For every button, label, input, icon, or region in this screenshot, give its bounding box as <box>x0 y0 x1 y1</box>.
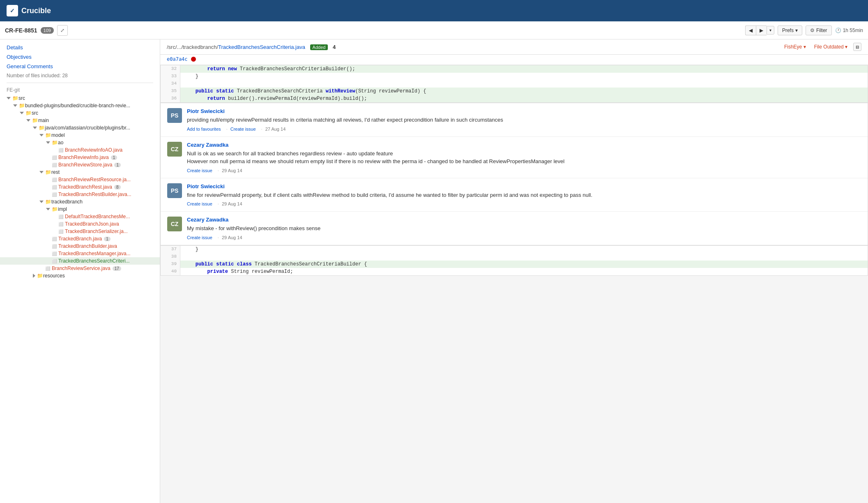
nav-divider <box>7 83 153 83</box>
tree-item[interactable]: 📁 main <box>0 117 160 124</box>
file-name-link[interactable]: TrackedBranchesSearchCriteria.java <box>218 44 305 50</box>
line-number: 35 <box>161 88 180 95</box>
sub-header-left: CR-FE-8851 109 ⤢ <box>5 25 68 36</box>
nav-link-general-comments[interactable]: General Comments <box>0 62 160 71</box>
tree-item[interactable]: 📁 src <box>0 95 160 102</box>
file-icon: ⬜ <box>52 155 57 160</box>
tree-item[interactable]: ⬜ BranchReviewInfo.java 1 <box>0 154 160 161</box>
folder-icon: 📁 <box>52 140 58 145</box>
tree-item[interactable]: 📁 resources <box>0 272 160 279</box>
prev-btn[interactable]: ◀ <box>745 25 756 35</box>
line-content: return new TrackedBranchesSearchCriteria… <box>180 65 359 73</box>
line-number: 33 <box>161 73 180 80</box>
filter-button[interactable]: ⚙ Filter <box>806 25 832 35</box>
collapse-icon <box>46 208 50 210</box>
comment-text: fine for reviewPermaId property, but if … <box>187 191 861 199</box>
tree-item[interactable]: ⬜ BranchReviewRestResource.ja... <box>0 176 160 183</box>
code-line: 32 return new TrackedBranchesSearchCrite… <box>161 65 868 73</box>
code-line: 35 public static TrackedBranchesSearchCr… <box>161 88 868 95</box>
tree-item[interactable]: ⬜ BranchReviewService.java 17 <box>0 265 160 272</box>
expand-button[interactable]: ⤢ <box>57 25 68 36</box>
outdated-button[interactable]: File Outdated ▾ <box>812 43 850 51</box>
logo-text: Crucible <box>21 7 51 15</box>
comment-item: PS Piotr Swiecicki providing null/empty … <box>161 103 868 137</box>
tree-item[interactable]: 📁 bundled-plugins/bundled/crucible-branc… <box>0 102 160 109</box>
tree-item-selected[interactable]: ⬜ TrackedBranchesSearchCriteri... <box>0 257 160 265</box>
tree-label: rest <box>51 169 60 175</box>
tree-item[interactable]: ⬜ BranchReviewStore.java 1 <box>0 161 160 168</box>
tree-label: main <box>38 118 49 123</box>
comment-author: Cezary Zawadka <box>187 217 861 223</box>
tree-item[interactable]: ⬜ TrackedBranchesManager.java... <box>0 250 160 257</box>
avatar: PS <box>167 183 182 198</box>
create-issue-link[interactable]: Create issue <box>187 201 212 206</box>
tree-item[interactable]: ⬜ TrackedBranchSerializer.ja... <box>0 228 160 235</box>
nav-dropdown-btn[interactable]: ▾ <box>767 26 774 35</box>
tree-label: ao <box>58 140 63 145</box>
tree-item[interactable]: ⬜ TrackedBranchRestBuilder.java... <box>0 191 160 198</box>
nav-link-objectives[interactable]: Objectives <box>0 52 160 62</box>
tree-item[interactable]: 📁 trackedbranch <box>0 198 160 205</box>
tree-item[interactable]: 📁 impl <box>0 205 160 213</box>
tree-item[interactable]: ⬜ BranchReviewInfoAO.java <box>0 146 160 154</box>
comment-date: 29 Aug 14 <box>222 201 242 206</box>
toggle-button[interactable]: ⊟ <box>853 43 861 51</box>
tree-item[interactable]: 📁 ao <box>0 139 160 146</box>
tree-item[interactable]: 📁 model <box>0 132 160 139</box>
file-path: /src/.../trackedbranch/TrackedBranchesSe… <box>167 44 336 50</box>
create-issue-link[interactable]: Create issue <box>187 235 212 240</box>
tree-item[interactable]: ⬜ TrackedBranchBuilder.java <box>0 242 160 250</box>
filter-icon: ⚙ <box>810 28 815 33</box>
path-prefix: /src/.../trackedbranch/ <box>167 44 218 50</box>
file-icon: ⬜ <box>52 259 57 263</box>
tree-label: bundled-plugins/bundled/crucible-branch-… <box>25 103 130 108</box>
tree-label: TrackedBranchSerializer.ja... <box>65 228 128 234</box>
tree-item[interactable]: 📁 java/com/atlassian/crucible/plugins/br… <box>0 124 160 132</box>
clock-icon: 🕐 <box>835 28 841 33</box>
comment-date: 29 Aug 14 <box>222 235 242 240</box>
prefs-button[interactable]: Prefs ▾ <box>778 25 802 35</box>
logo-icon: ✓ <box>7 5 18 16</box>
sub-header-right: ◀ ▶ ▾ Prefs ▾ ⚙ Filter 🕐 1h 55min <box>745 25 863 35</box>
tree-label: BranchReviewInfo.java <box>58 155 109 160</box>
tree-item[interactable]: ⬜ TrackedBranch.java 1 <box>0 235 160 242</box>
line-content: } <box>180 73 202 80</box>
code-line: 39 public static class TrackedBranchesSe… <box>161 261 868 268</box>
file-status-badge: Added <box>310 44 328 50</box>
filter-label: Filter <box>816 28 827 33</box>
next-btn[interactable]: ▶ <box>756 25 767 35</box>
file-icon: ⬜ <box>52 237 57 241</box>
commit-bar: e0a7a4c <box>160 55 868 65</box>
folder-icon: 📁 <box>12 95 18 101</box>
comment-text: My mistake - for withReview() preconditi… <box>187 224 861 233</box>
folder-icon: 📁 <box>39 125 45 131</box>
folder-icon: 📁 <box>19 103 25 108</box>
collapse-icon <box>13 104 17 107</box>
commit-hash-link[interactable]: e0a7a4c <box>167 56 188 62</box>
tree-label: BranchReviewInfoAO.java <box>65 147 122 153</box>
tree-item[interactable]: ⬜ TrackedBranchJson.java <box>0 220 160 228</box>
tree-label: BranchReviewStore.java <box>58 162 112 168</box>
create-issue-link[interactable]: Create issue <box>230 127 256 132</box>
tree-label: TrackedBranchBuilder.java <box>58 243 117 249</box>
nav-split-btn[interactable]: ◀ ▶ ▾ <box>745 25 774 35</box>
badge-count: 109 <box>41 27 54 34</box>
tree-item[interactable]: 📁 rest <box>0 168 160 176</box>
create-issue-link[interactable]: Create issue <box>187 168 212 173</box>
comment-count: 1 <box>111 155 117 160</box>
nav-link-details[interactable]: Details <box>0 43 160 52</box>
comment-author: Piotr Swiecicki <box>187 108 861 114</box>
folder-icon: 📁 <box>52 206 58 212</box>
tree-item[interactable]: ⬜ DefaultTrackedBranchesMe... <box>0 213 160 220</box>
tree-item[interactable]: ⬜ TrackedBranchRest.java 8 <box>0 183 160 191</box>
collapse-icon <box>20 112 24 114</box>
tree-item[interactable]: 📁 src <box>0 109 160 117</box>
tree-label: src <box>32 110 38 116</box>
code-line: 34 <box>161 80 868 88</box>
right-panel: /src/.../trackedbranch/TrackedBranchesSe… <box>160 39 868 503</box>
line-content: return builder().reviewPermaId(reviewPer… <box>180 95 370 102</box>
collapse-icon <box>39 171 44 173</box>
add-to-favourites-link[interactable]: Add to favourites <box>187 127 221 132</box>
comment-actions: Add to favourites · Create issue · 27 Au… <box>187 127 861 132</box>
fisheye-button[interactable]: FishEye ▾ <box>782 43 808 51</box>
